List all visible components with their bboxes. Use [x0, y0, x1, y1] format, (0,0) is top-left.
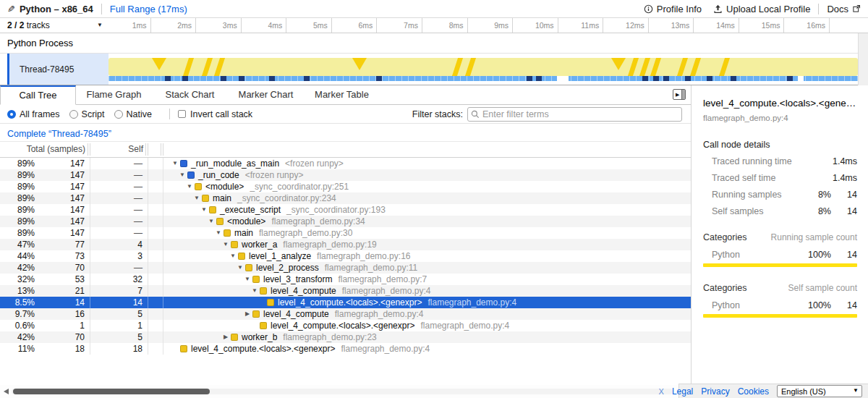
tree-row[interactable]: 89%147—▼mainflamegraph_demo.py:30	[0, 227, 691, 239]
full-range-button[interactable]: Full Range (17ms)	[110, 4, 187, 14]
footer-link-x[interactable]: X	[659, 387, 664, 396]
tree-row[interactable]: 9.7%165▶level_4_computeflamegraph_demo.p…	[0, 308, 691, 320]
profile-info-label: Profile Info	[657, 4, 702, 14]
sample-dark-segment	[731, 76, 736, 81]
category-color-swatch	[216, 218, 224, 225]
footer-link-privacy[interactable]: Privacy	[701, 386, 729, 397]
expander-open-icon[interactable]: ▼	[242, 274, 252, 285]
expander-open-icon[interactable]: ▼	[199, 204, 209, 216]
tree-row[interactable]: 47%774▼worker_aflamegraph_demo.py:19	[0, 239, 691, 250]
category-header-metric: Self sample count	[788, 283, 857, 293]
filter-stacks-label: Filter stacks:	[412, 109, 463, 119]
total-percent-cell: 42%	[0, 262, 39, 274]
spacer-cell	[148, 262, 163, 274]
function-file: flamegraph_demo.py:34	[271, 216, 365, 227]
language-select-wrap: English (US) ▼	[777, 385, 862, 397]
expander-closed-icon[interactable]: ▶	[221, 331, 231, 343]
tracks-dropdown[interactable]: 2 / 2 tracks ▼	[0, 18, 106, 33]
breadcrumb-complete-thread[interactable]: Complete “Thread-78495”	[7, 129, 111, 139]
category-color-swatch	[202, 195, 209, 202]
self-samples-cell: 3	[90, 250, 148, 262]
tab-stack-chart[interactable]: Stack Chart	[152, 85, 228, 104]
sample-dark-segment	[707, 76, 712, 81]
sidebar-category-section: CategoriesSelf sample countPython100%14	[703, 283, 857, 318]
category-value: 14	[831, 300, 857, 310]
expander-open-icon[interactable]: ▼	[206, 216, 216, 227]
tab-marker-table[interactable]: Marker Table	[304, 85, 380, 104]
language-select[interactable]: English (US)	[777, 385, 862, 397]
upload-profile-button[interactable]: Upload Local Profile	[713, 4, 810, 14]
expander-open-icon[interactable]: ▼	[250, 285, 260, 297]
self-samples-cell: —	[90, 192, 148, 204]
footer-link-cookies[interactable]: Cookies	[738, 386, 769, 397]
tree-row[interactable]: 89%147—▼main_sync_coordinator.py:234	[0, 192, 691, 204]
expander-open-icon[interactable]: ▼	[213, 227, 224, 239]
activity-mark	[452, 58, 463, 76]
tree-cell: ▼mainflamegraph_demo.py:30	[163, 227, 691, 239]
filter-stacks-input[interactable]	[482, 109, 678, 119]
tree-row[interactable]: 44%733▼level_1_analyzeflamegraph_demo.py…	[0, 250, 691, 262]
sidebar-details: Traced running time1.4msTraced self time…	[703, 156, 857, 216]
radio-all-frames[interactable]: All frames	[7, 109, 60, 119]
function-file: flamegraph_demo.py:4	[427, 297, 516, 308]
scrollbar-left-arrow-icon[interactable]	[4, 389, 9, 394]
ruler-tick: 11ms	[558, 18, 604, 33]
total-percent-cell: 13%	[0, 285, 39, 297]
vertical-scrollbar[interactable]	[858, 33, 868, 85]
tree-row[interactable]: 42%70—▼level_2_processflamegraph_demo.py…	[0, 262, 691, 274]
expander-open-icon[interactable]: ▼	[177, 169, 187, 181]
spacer-cell	[148, 204, 163, 216]
tab-call-tree[interactable]: Call Tree	[0, 85, 76, 105]
expander-open-icon[interactable]: ▼	[221, 239, 231, 250]
category-color-swatch	[231, 334, 238, 341]
tree-row[interactable]: 32%5332▼level_3_transformflamegraph_demo…	[0, 274, 691, 285]
spacer-cell	[148, 331, 163, 343]
tree-row[interactable]: 89%147—▼<module>_sync_coordinator.py:251	[0, 181, 691, 192]
detail-percent: 8%	[799, 190, 831, 200]
tree-row[interactable]: 0.6%11level_4_compute.<locals>.<genexpr>…	[0, 320, 691, 331]
expander-open-icon[interactable]: ▼	[170, 158, 180, 169]
process-track-header[interactable]: Python Process	[0, 33, 868, 54]
radio-native[interactable]: Native	[114, 109, 152, 119]
footer-link-legal[interactable]: Legal	[672, 386, 693, 397]
docs-button[interactable]: Docs	[827, 4, 861, 14]
tree-row[interactable]: 42%705▶worker_bflamegraph_demo.py:23	[0, 331, 691, 343]
ruler-tick: 6ms	[332, 18, 378, 33]
thread-track-canvas[interactable]	[109, 54, 858, 85]
tree-cell: ▼<module>flamegraph_demo.py:34	[163, 216, 691, 227]
tab-flame-graph[interactable]: Flame Graph	[76, 85, 152, 104]
profile-info-button[interactable]: Profile Info	[644, 4, 702, 14]
tree-row[interactable]: 13%217▼level_4_computeflamegraph_demo.py…	[0, 285, 691, 297]
profile-name[interactable]: Python – x86_64	[20, 4, 93, 14]
tree-row[interactable]: 89%147—▼<module>flamegraph_demo.py:34	[0, 216, 691, 227]
category-color-swatch	[209, 206, 216, 213]
tab-bar: Call TreeFlame GraphStack ChartMarker Ch…	[0, 85, 691, 105]
scrollbar-track[interactable]	[12, 389, 673, 394]
invert-call-stack-checkbox[interactable]: Invert call stack	[178, 109, 252, 119]
scrollbar-thumb[interactable]	[13, 389, 210, 394]
tab-marker-chart[interactable]: Marker Chart	[228, 85, 304, 104]
self-samples-cell: —	[90, 262, 148, 274]
expander-closed-icon[interactable]: ▶	[242, 308, 252, 320]
tree-row[interactable]: 89%147—▼_run_code<frozen runpy>	[0, 169, 691, 181]
tree-row[interactable]: 89%147—▼_run_module_as_main<frozen runpy…	[0, 158, 691, 169]
divider	[101, 4, 102, 14]
thread-track-label[interactable]: Thread-78495	[9, 54, 109, 85]
sidebar-toggle-button[interactable]: ▶	[673, 89, 686, 100]
pencil-edit-icon[interactable]: ✎	[7, 4, 15, 14]
ruler-tick: 7ms	[377, 18, 422, 33]
radio-script[interactable]: Script	[69, 109, 105, 119]
expander-open-icon[interactable]: ▼	[235, 262, 245, 274]
tree-row[interactable]: 11%1818level_4_compute.<locals>.<genexpr…	[0, 343, 691, 355]
function-file: flamegraph_demo.py:16	[317, 250, 410, 262]
tree-row[interactable]: 89%147—▼_execute_script_sync_coordinator…	[0, 204, 691, 216]
self-samples-cell: —	[90, 169, 148, 181]
total-percent-cell: 89%	[0, 158, 39, 169]
expander-open-icon[interactable]: ▼	[228, 250, 238, 262]
self-samples-cell: 5	[90, 331, 148, 343]
expander-open-icon[interactable]: ▼	[184, 181, 195, 192]
sidebar-category-section: CategoriesRunning sample countPython100%…	[703, 232, 857, 267]
expander-open-icon[interactable]: ▼	[192, 192, 202, 204]
tree-row[interactable]: 8.5%1414level_4_compute.<locals>.<genexp…	[0, 297, 691, 308]
function-file: flamegraph_demo.py:30	[259, 227, 352, 239]
